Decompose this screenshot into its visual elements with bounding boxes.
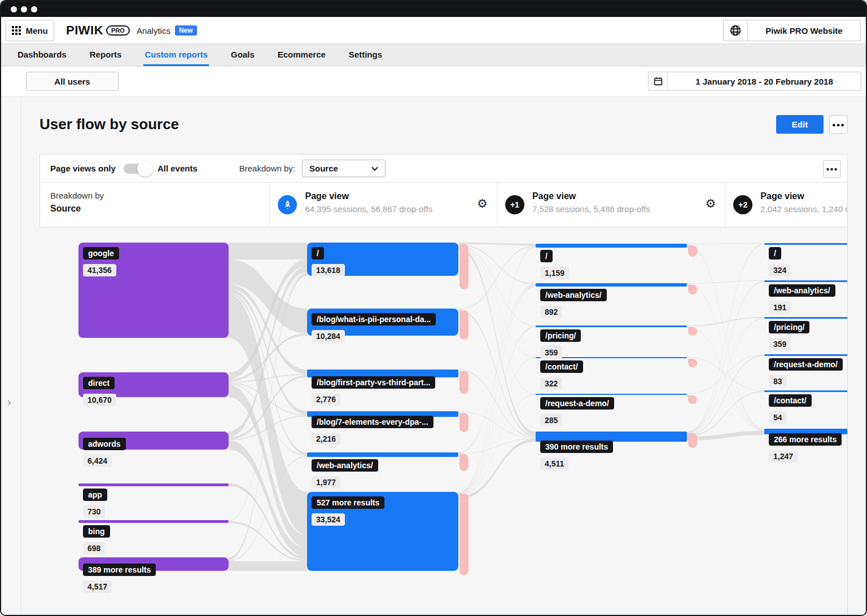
product-name: Analytics bbox=[137, 26, 170, 36]
tab-reports[interactable]: Reports bbox=[89, 44, 123, 66]
sankey-node-label[interactable]: /web-analytics/ bbox=[312, 459, 378, 472]
tab-settings[interactable]: Settings bbox=[348, 44, 383, 66]
sankey-node-label[interactable]: / bbox=[769, 247, 781, 259]
all-users-filter[interactable]: All users bbox=[26, 72, 119, 91]
sankey-node-label[interactable]: google bbox=[83, 247, 119, 259]
sankey-node-bar[interactable] bbox=[764, 280, 848, 282]
sankey-node-label[interactable]: /web-analytics/ bbox=[769, 284, 835, 297]
sankey-node-label[interactable]: 527 more results bbox=[312, 496, 384, 509]
sankey-node-value: 892 bbox=[540, 306, 562, 318]
tab-goals[interactable]: Goals bbox=[230, 44, 256, 66]
report-more-button[interactable]: ●●● bbox=[829, 115, 848, 134]
expand-sidebar-chevron-icon[interactable]: › bbox=[7, 396, 11, 407]
sankey-node-value: 730 bbox=[83, 505, 105, 518]
breakdown-dimension: Source bbox=[50, 204, 269, 214]
sankey-node-label[interactable]: /blog/first-party-vs-third-part... bbox=[312, 376, 435, 389]
sankey-node-label[interactable]: 390 more results bbox=[540, 441, 613, 453]
breakdown-caption: Breakdown by bbox=[50, 191, 269, 200]
dropoff-indicator bbox=[688, 395, 697, 404]
page-title: User flow by source bbox=[40, 116, 179, 133]
sankey-node-bar[interactable] bbox=[536, 325, 687, 327]
sankey-node-label[interactable]: bing bbox=[83, 525, 110, 538]
sankey-node-value: 4,517 bbox=[83, 580, 112, 593]
tab-dashboards[interactable]: Dashboards bbox=[16, 44, 68, 66]
sankey-node-value: 10,670 bbox=[83, 394, 116, 406]
sankey-node-bar[interactable] bbox=[764, 390, 848, 392]
dropoff-indicator bbox=[459, 454, 468, 471]
sankey-node-value: 1,159 bbox=[540, 267, 569, 279]
sankey-link bbox=[229, 243, 307, 259]
sankey-link bbox=[458, 411, 536, 438]
sankey-node-label[interactable]: app bbox=[83, 489, 107, 501]
sankey-node-label[interactable]: 389 more results bbox=[83, 564, 156, 576]
sankey-node-bar[interactable] bbox=[78, 483, 229, 486]
breakdown-select[interactable]: Source bbox=[302, 160, 386, 177]
sankey-node-label[interactable]: / bbox=[312, 247, 324, 259]
sankey-link bbox=[687, 327, 764, 431]
app-window: Menu PIWIK PRO Analytics New Piwik PRO W… bbox=[0, 0, 867, 616]
sankey-node-label[interactable]: 266 more results bbox=[769, 433, 842, 446]
sankey-link bbox=[687, 354, 764, 394]
flow-header-step-2: +2 Page view 2,042 sessions, 1,240 drop-… bbox=[725, 183, 847, 227]
edit-button[interactable]: Edit bbox=[776, 115, 824, 134]
sankey-node-value: 2,776 bbox=[312, 393, 340, 406]
gear-icon[interactable]: ⚙ bbox=[705, 197, 716, 209]
sankey-link bbox=[458, 285, 536, 494]
sankey-node-bar[interactable] bbox=[764, 317, 848, 319]
events-toggle[interactable] bbox=[124, 164, 150, 174]
os-titlebar bbox=[1, 1, 866, 17]
rocket-icon bbox=[278, 195, 297, 214]
sankey-node-label[interactable]: /contact/ bbox=[540, 360, 583, 373]
window-dot[interactable] bbox=[21, 6, 27, 12]
calendar-icon bbox=[649, 72, 668, 90]
tab-custom-reports[interactable]: Custom reports bbox=[143, 44, 209, 66]
new-badge: New bbox=[175, 25, 197, 36]
step-plus1-badge: +1 bbox=[505, 195, 524, 214]
sankey-node-label[interactable]: /pricing/ bbox=[540, 329, 581, 342]
menu-button[interactable]: Menu bbox=[6, 20, 54, 41]
sankey-link bbox=[687, 318, 764, 434]
dropoff-indicator bbox=[688, 327, 697, 336]
sankey-link bbox=[458, 247, 536, 493]
pro-logo-badge: PRO bbox=[106, 25, 130, 36]
tab-ecommerce[interactable]: Ecommerce bbox=[277, 44, 327, 66]
flow-config-box: Page views only All events Breakdown by:… bbox=[40, 154, 848, 227]
gear-icon[interactable]: ⚙ bbox=[477, 197, 488, 209]
sankey-link bbox=[687, 243, 764, 244]
sankey-node-label[interactable]: /blog/what-is-pii-personal-da... bbox=[312, 313, 436, 325]
step-title: Page view bbox=[305, 191, 432, 201]
sankey-node-bar[interactable] bbox=[536, 283, 687, 287]
piwik-logo-text: PIWIK bbox=[66, 23, 103, 38]
dropoff-indicator bbox=[688, 359, 697, 367]
toolbar-more-button[interactable]: ●●● bbox=[823, 160, 841, 178]
sankey-node-bar[interactable] bbox=[307, 452, 458, 457]
toggle-knob[interactable] bbox=[137, 161, 153, 177]
dropoff-indicator bbox=[688, 245, 697, 257]
sankey-node-bar[interactable] bbox=[536, 394, 687, 395]
sankey-node-bar[interactable] bbox=[764, 243, 848, 245]
sankey-node-label[interactable]: /request-a-demo/ bbox=[769, 358, 843, 371]
chevron-down-icon bbox=[371, 166, 378, 171]
sankey-node-label[interactable]: /contact/ bbox=[769, 394, 812, 407]
sankey-node-bar[interactable] bbox=[764, 354, 848, 356]
sankey-node-label[interactable]: /pricing/ bbox=[769, 321, 809, 333]
step-title: Page view bbox=[532, 191, 650, 201]
sankey-node-label[interactable]: direct bbox=[83, 377, 115, 389]
collapsed-sidebar-rail: › bbox=[1, 97, 21, 615]
window-dot[interactable] bbox=[31, 6, 37, 12]
sankey-node-label[interactable]: /blog/7-elements-every-dpa-... bbox=[312, 416, 434, 428]
sankey-node-bar[interactable] bbox=[536, 244, 687, 248]
sankey-node-label[interactable]: adwords bbox=[83, 438, 126, 450]
sankey-node-bar[interactable] bbox=[78, 520, 229, 523]
all-events-label: All events bbox=[157, 164, 198, 173]
sankey-node-label[interactable]: /web-analytics/ bbox=[540, 289, 607, 301]
ellipsis-icon: ●●● bbox=[832, 121, 845, 128]
sankey-node-value: 83 bbox=[769, 375, 787, 388]
date-range-picker[interactable]: 1 January 2018 - 20 February 2018 bbox=[648, 72, 861, 91]
website-selector[interactable]: Piwik PRO Website bbox=[723, 20, 861, 41]
sankey-node-label[interactable]: / bbox=[540, 250, 553, 262]
sankey-link bbox=[458, 439, 536, 499]
window-dot[interactable] bbox=[11, 6, 17, 12]
sankey-link bbox=[687, 280, 764, 284]
sankey-node-label[interactable]: /request-a-demo/ bbox=[540, 397, 614, 410]
